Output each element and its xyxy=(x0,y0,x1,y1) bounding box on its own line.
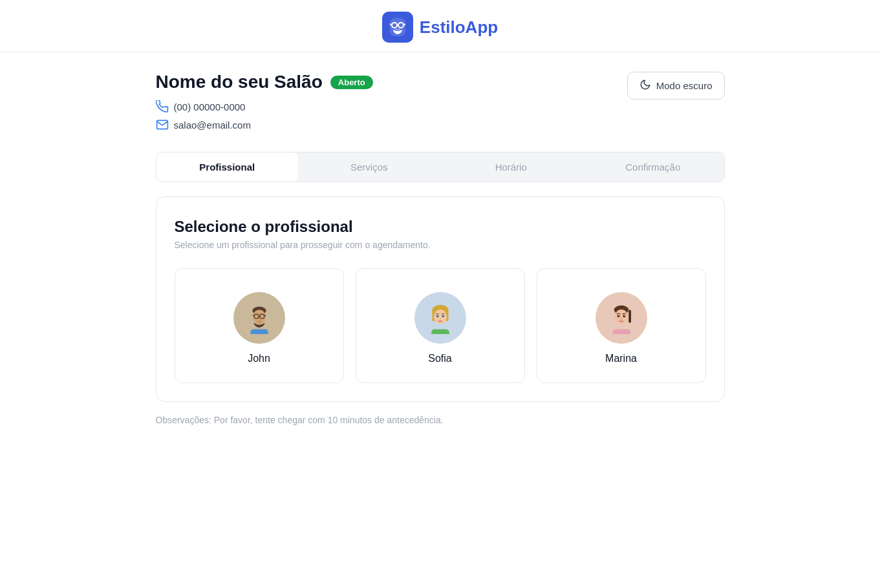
professional-name-marina: Marina xyxy=(605,353,637,364)
phone-icon xyxy=(156,100,169,113)
professional-name-sofia: Sofia xyxy=(428,353,451,364)
phone-text: (00) 00000-0000 xyxy=(174,101,246,112)
email-row: salao@email.com xyxy=(156,118,373,131)
svg-point-24 xyxy=(443,315,444,316)
tab-confirmacao[interactable]: Confirmação xyxy=(582,152,724,182)
tab-profissional[interactable]: Profissional xyxy=(156,152,299,182)
dark-mode-label: Modo escuro xyxy=(656,80,713,91)
avatar-john xyxy=(233,292,285,344)
salon-title-row: Nome do seu Salão Aberto xyxy=(156,72,373,92)
tab-horario[interactable]: Horário xyxy=(440,152,583,182)
professional-card-john[interactable]: John xyxy=(175,268,344,383)
tab-servicos[interactable]: Serviços xyxy=(298,152,440,182)
salon-name: Nome do seu Salão xyxy=(156,72,323,92)
avatar-sofia xyxy=(414,292,466,344)
main-content: Nome do seu Salão Aberto (00) 00000-0000 xyxy=(143,52,738,425)
svg-point-35 xyxy=(624,315,625,316)
svg-point-34 xyxy=(618,315,619,316)
svg-point-14 xyxy=(258,318,260,320)
email-icon xyxy=(156,118,169,131)
professional-card-sofia[interactable]: Sofia xyxy=(356,268,525,383)
avatar-marina xyxy=(596,292,647,344)
phone-row: (00) 00000-0000 xyxy=(156,100,373,113)
professionals-title: Selecione o profissional xyxy=(175,218,706,236)
logo-svg xyxy=(387,17,408,37)
professionals-card: Selecione o profissional Selecione um pr… xyxy=(156,196,725,402)
contact-info: (00) 00000-0000 salao@email.com xyxy=(156,100,373,131)
dark-mode-button[interactable]: Modo escuro xyxy=(627,72,725,100)
moon-icon xyxy=(639,79,651,92)
logo-wrapper: EstiloApp xyxy=(382,12,498,43)
professionals-grid: John xyxy=(175,268,706,383)
professional-name-john: John xyxy=(248,353,270,364)
svg-rect-37 xyxy=(612,330,630,335)
professionals-subtitle: Selecione um profissional para prossegui… xyxy=(175,240,706,250)
salon-status-badge: Aberto xyxy=(330,76,373,89)
svg-point-36 xyxy=(620,317,622,319)
svg-rect-26 xyxy=(431,330,449,335)
salon-info: Nome do seu Salão Aberto (00) 00000-0000 xyxy=(156,72,373,145)
email-text: salao@email.com xyxy=(174,120,251,131)
tabs-bar: Profissional Serviços Horário Confirmaçã… xyxy=(156,152,725,182)
app-name-text: EstiloApp xyxy=(420,17,498,37)
professional-card-marina[interactable]: Marina xyxy=(537,268,706,383)
svg-rect-29 xyxy=(628,310,631,323)
salon-header: Nome do seu Salão Aberto (00) 00000-0000 xyxy=(156,72,725,145)
svg-rect-15 xyxy=(250,330,268,335)
svg-point-25 xyxy=(439,317,441,319)
app-header: EstiloApp xyxy=(0,0,880,52)
svg-point-23 xyxy=(437,315,438,316)
app-logo-icon xyxy=(382,12,413,43)
observations-text: Observações: Por favor, tente chegar com… xyxy=(156,415,725,425)
